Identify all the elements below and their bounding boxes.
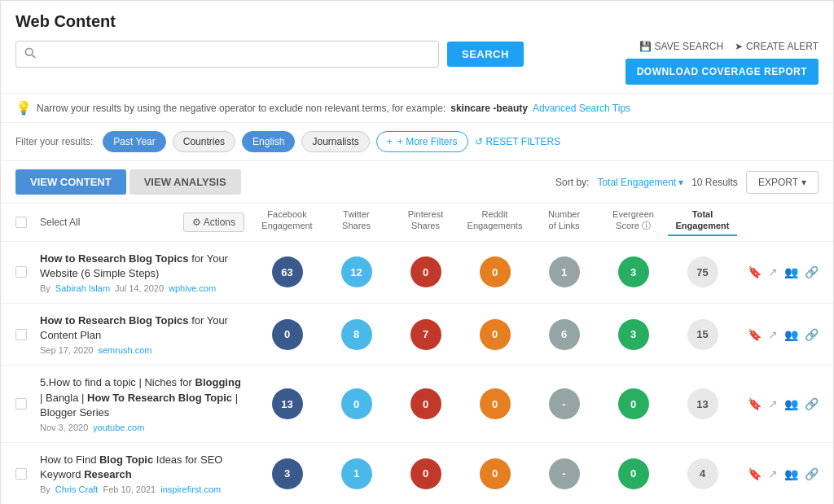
refresh-icon: ↺ — [475, 136, 483, 147]
metric-circle: 6 — [549, 319, 580, 350]
row-meta: Sep 17, 2020 semrush.com — [40, 345, 244, 355]
sort-label: Sort by: — [555, 177, 589, 188]
row-checkbox[interactable] — [15, 468, 27, 480]
users-icon[interactable]: 👥 — [784, 328, 798, 341]
link-icon[interactable]: 🔗 — [805, 328, 819, 341]
domain-link[interactable]: youtube.com — [93, 423, 144, 432]
metric-circle: 0 — [410, 458, 441, 489]
metric-circle: 0 — [480, 319, 511, 350]
row-actions: 🔖 ↗ 👥 🔗 — [737, 467, 819, 480]
metric-circle: 0 — [480, 388, 511, 419]
select-all-label: Select All — [40, 217, 80, 228]
metric-circle: 3 — [618, 319, 649, 350]
more-filters-button[interactable]: + + More Filters — [376, 131, 468, 152]
row-checkbox[interactable] — [15, 398, 27, 410]
link-icon[interactable]: 🔗 — [805, 265, 819, 278]
metric-circle: 0 — [480, 256, 511, 287]
metric-circle: 0 — [618, 458, 649, 489]
metric-circle: 0 — [341, 388, 372, 419]
metric-circle: 63 — [272, 256, 303, 287]
users-icon[interactable]: 👥 — [784, 467, 798, 480]
row-actions: 🔖 ↗ 👥 🔗 — [737, 328, 819, 341]
svg-line-1 — [33, 55, 36, 59]
save-search-button[interactable]: 💾 SAVE SEARCH — [639, 41, 723, 52]
search-button[interactable]: SEARCH — [447, 42, 524, 67]
actions-icon: ⚙ — [192, 217, 201, 228]
filter-english[interactable]: English — [242, 131, 295, 152]
table-row: 5.How to find a topic | Niches for Blogg… — [1, 366, 833, 443]
metric-circle: 13 — [272, 388, 303, 419]
row-meta: By Chris Craft Feb 10, 2021 inspirefirst… — [40, 484, 244, 494]
page-title: Web Content — [15, 12, 819, 31]
col-reddit: RedditEngagements — [460, 208, 529, 236]
row-actions: 🔖 ↗ 👥 🔗 — [737, 397, 819, 410]
bookmark-icon[interactable]: 🔖 — [748, 265, 762, 278]
col-facebook: FacebookEngagement — [252, 208, 322, 236]
search-input[interactable]: how to research blog topics — [42, 48, 430, 61]
bookmark-icon[interactable]: 🔖 — [748, 397, 762, 410]
users-icon[interactable]: 👥 — [784, 265, 798, 278]
search-icon — [24, 47, 36, 61]
metric-circle: 0 — [618, 388, 649, 419]
download-report-button[interactable]: DOWNLOAD COVERAGE REPORT — [626, 59, 819, 85]
metric-circle: 0 — [410, 388, 441, 419]
metric-circle: 3 — [618, 256, 649, 287]
metric-circle: 8 — [341, 319, 372, 350]
share-icon[interactable]: ↗ — [768, 397, 778, 410]
bookmark-icon[interactable]: 🔖 — [748, 467, 762, 480]
domain-link[interactable]: inspirefirst.com — [160, 484, 221, 494]
row-checkbox[interactable] — [15, 329, 27, 340]
advanced-search-tips-link[interactable]: Advanced Search Tips — [533, 103, 630, 114]
metric-circle: - — [549, 458, 580, 489]
export-button[interactable]: EXPORT ▾ — [746, 171, 819, 194]
tip-example: skincare -beauty — [450, 103, 528, 114]
total-circle: 4 — [687, 458, 718, 489]
filter-journalists[interactable]: Journalists — [301, 131, 369, 152]
chevron-down-icon: ▾ — [801, 177, 806, 188]
row-checkbox[interactable] — [15, 266, 27, 278]
actions-button[interactable]: ⚙ Actions — [183, 213, 244, 232]
sort-value[interactable]: Total Engagement ▾ — [597, 177, 683, 188]
col-evergreen: EvergreenScore ⓘ — [599, 208, 668, 236]
metric-circle: 12 — [341, 256, 372, 287]
save-icon: 💾 — [639, 41, 652, 52]
share-icon[interactable]: ↗ — [768, 467, 778, 480]
table-row: How to Find Blog Topic Ideas for SEO Key… — [1, 443, 833, 504]
total-circle: 15 — [687, 319, 718, 350]
content-rows: How to Research Blog Topics for Your Web… — [1, 242, 833, 504]
metric-circle: 3 — [272, 458, 303, 489]
users-icon[interactable]: 👥 — [784, 397, 798, 410]
table-row: How to Research Blog Topics for Your Con… — [1, 304, 833, 366]
share-icon[interactable]: ↗ — [768, 328, 778, 341]
bookmark-icon[interactable]: 🔖 — [748, 328, 762, 341]
reset-filters-button[interactable]: ↺ RESET FILTERS — [475, 136, 561, 147]
share-icon[interactable]: ↗ — [768, 265, 778, 278]
tip-text: Narrow your results by using the negativ… — [37, 103, 446, 114]
filter-past-year[interactable]: Past Year — [103, 131, 165, 152]
tab-view-content[interactable]: VIEW CONTENT — [15, 169, 126, 195]
domain-link[interactable]: semrush.com — [98, 345, 151, 355]
row-title: How to Research Blog Topics for Your Web… — [40, 252, 244, 281]
table-row: How to Research Blog Topics for Your Web… — [1, 242, 833, 304]
row-meta: Nov 3, 2020 youtube.com — [40, 423, 244, 432]
metric-circle: - — [549, 388, 580, 419]
total-circle: 75 — [687, 256, 718, 287]
row-title: How to Research Blog Topics for Your Con… — [40, 313, 244, 343]
metric-circle: 0 — [480, 458, 511, 489]
select-all-checkbox[interactable] — [15, 217, 27, 228]
total-circle: 13 — [687, 388, 718, 419]
svg-point-0 — [25, 48, 33, 55]
filter-countries[interactable]: Countries — [173, 131, 235, 152]
link-icon[interactable]: 🔗 — [805, 397, 819, 410]
alert-icon: ➤ — [735, 41, 743, 52]
create-alert-button[interactable]: ➤ CREATE ALERT — [735, 41, 819, 52]
link-icon[interactable]: 🔗 — [805, 467, 819, 480]
col-links: Numberof Links — [529, 208, 599, 236]
metric-circle: 0 — [410, 256, 441, 287]
row-actions: 🔖 ↗ 👥 🔗 — [737, 265, 819, 278]
metric-circle: 1 — [341, 458, 372, 489]
results-count: 10 Results — [691, 177, 738, 188]
row-title: How to Find Blog Topic Ideas for SEO Key… — [40, 453, 244, 482]
tab-view-analysis[interactable]: VIEW ANALYSIS — [129, 169, 241, 195]
domain-link[interactable]: wphive.com — [169, 283, 216, 293]
